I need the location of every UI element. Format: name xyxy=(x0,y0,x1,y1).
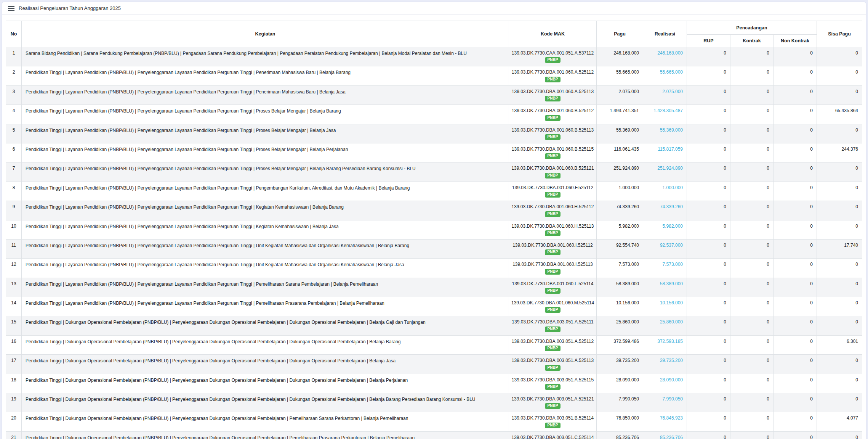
row-realisasi-link[interactable]: 74.339.260 xyxy=(660,204,683,209)
row-no: 2 xyxy=(6,66,22,85)
row-sisa-pagu: 0 xyxy=(817,431,862,439)
col-header-pencadangan: Pencadangan xyxy=(687,21,817,35)
row-kode-mak-cell: 139.03.DK.7730.DBA.001.060.B.525115 PNBP xyxy=(509,143,596,162)
col-header-kode-mak: Kode MAK xyxy=(509,21,596,47)
row-sisa-pagu: 0 xyxy=(817,124,862,143)
row-no: 4 xyxy=(6,105,22,124)
row-realisasi-link[interactable]: 5.982.000 xyxy=(663,224,683,229)
row-realisasi-link[interactable]: 85.236.706 xyxy=(660,435,683,439)
row-kegiatan: Sarana Bidang Pendidikan | Sarana Penduk… xyxy=(22,47,509,66)
row-realisasi-link[interactable]: 55.665.000 xyxy=(660,69,683,75)
row-realisasi-link[interactable]: 28.090.000 xyxy=(660,377,683,383)
row-pagu: 39.735.200 xyxy=(596,355,643,374)
row-realisasi-link[interactable]: 7.573.000 xyxy=(663,262,683,267)
row-no: 1 xyxy=(6,47,22,66)
pnbp-badge: PNBP xyxy=(545,384,561,390)
row-realisasi-link[interactable]: 1.428.305.487 xyxy=(653,108,683,113)
row-kegiatan: Pendidikan Tinggi | Dukungan Operasional… xyxy=(22,393,509,412)
row-rup: 0 xyxy=(687,162,730,182)
row-kode-mak-cell: 139.03.DK.7730.DBA.001.060.B.525113 PNBP xyxy=(509,124,596,143)
row-realisasi-link[interactable]: 372.593.185 xyxy=(657,339,683,344)
row-kegiatan: Pendidikan Tinggi | Layanan Pendidikan (… xyxy=(22,162,509,182)
row-kontrak: 0 xyxy=(730,201,773,220)
row-pagu: 7.990.050 xyxy=(596,393,643,412)
row-no: 9 xyxy=(6,201,22,220)
row-no: 17 xyxy=(6,355,22,374)
row-no: 3 xyxy=(6,85,22,105)
row-realisasi-cell: 74.339.260 xyxy=(643,201,687,220)
table-row: 13 Pendidikan Tinggi | Layanan Pendidika… xyxy=(6,278,862,297)
row-sisa-pagu: 0 xyxy=(817,162,862,182)
pnbp-badge: PNBP xyxy=(545,269,561,275)
row-realisasi-cell: 7.573.000 xyxy=(643,259,687,278)
row-kode-mak: 139.03.DK.7730.DBA.001.060.L.525114 xyxy=(511,281,594,286)
row-kegiatan: Pendidikan Tinggi | Layanan Pendidikan (… xyxy=(22,278,509,297)
row-sisa-pagu: 244.376 xyxy=(817,143,862,162)
row-rup: 0 xyxy=(687,297,730,316)
row-realisasi-link[interactable]: 115.817.059 xyxy=(658,146,683,152)
row-kontrak: 0 xyxy=(730,297,773,316)
pnbp-badge: PNBP xyxy=(545,307,561,313)
row-realisasi-cell: 39.735.200 xyxy=(643,355,687,374)
row-realisasi-link[interactable]: 1.000.000 xyxy=(663,185,683,190)
row-realisasi-link[interactable]: 10.156.000 xyxy=(660,300,683,306)
row-realisasi-cell: 5.982.000 xyxy=(643,220,687,239)
row-rup: 0 xyxy=(687,412,730,431)
row-kode-mak-cell: 139.03.DK.7730.DBA.003.051.C.525114 PNBP xyxy=(509,431,596,439)
row-realisasi-link[interactable]: 2.075.000 xyxy=(663,89,683,94)
row-realisasi-cell: 7.990.050 xyxy=(643,393,687,412)
col-header-pagu: Pagu xyxy=(596,21,643,47)
pnbp-badge: PNBP xyxy=(545,153,561,159)
row-rup: 0 xyxy=(687,239,730,258)
menu-icon[interactable] xyxy=(8,6,14,11)
row-no: 10 xyxy=(6,220,22,239)
pnbp-badge: PNBP xyxy=(545,96,561,101)
col-header-sisa-pagu: Sisa Pagu xyxy=(817,21,862,47)
row-no: 19 xyxy=(6,393,22,412)
row-realisasi-link[interactable]: 58.389.000 xyxy=(660,281,683,286)
row-realisasi-link[interactable]: 25.860.000 xyxy=(660,319,683,325)
row-realisasi-link[interactable]: 76.845.923 xyxy=(660,415,683,421)
table-row: 17 Pendidikan Tinggi | Dukungan Operasio… xyxy=(6,355,862,374)
row-kode-mak: 139.03.DK.7730.DBA.003.051.B.525114 xyxy=(511,415,594,421)
row-realisasi-cell: 1.000.000 xyxy=(643,182,687,201)
row-kode-mak: 139.03.DK.7730.DBA.001.060.A.525113 xyxy=(511,89,594,94)
row-pagu: 92.554.740 xyxy=(596,239,643,258)
row-realisasi-link[interactable]: 55.369.000 xyxy=(660,127,683,133)
row-pagu: 25.860.000 xyxy=(596,316,643,335)
pnbp-badge: PNBP xyxy=(545,249,561,255)
pnbp-badge: PNBP xyxy=(545,173,561,178)
pnbp-badge: PNBP xyxy=(545,230,561,236)
row-realisasi-link[interactable]: 251.924.890 xyxy=(657,166,683,171)
row-kontrak: 0 xyxy=(730,393,773,412)
row-kontrak: 0 xyxy=(730,105,773,124)
row-kode-mak: 139.03.DK.7730.DBA.003.051.C.525114 xyxy=(511,435,594,439)
table-row: 14 Pendidikan Tinggi | Layanan Pendidika… xyxy=(6,297,862,316)
row-kode-mak-cell: 139.03.DK.7730.DBA.003.051.A.525113 PNBP xyxy=(509,355,596,374)
row-kontrak: 0 xyxy=(730,85,773,105)
row-kontrak: 0 xyxy=(730,66,773,85)
table-row: 5 Pendidikan Tinggi | Layanan Pendidikan… xyxy=(6,124,862,143)
table-row: 2 Pendidikan Tinggi | Layanan Pendidikan… xyxy=(6,66,862,85)
row-realisasi-cell: 76.845.923 xyxy=(643,412,687,431)
row-realisasi-link[interactable]: 246.168.000 xyxy=(657,50,683,56)
row-non-kontrak: 0 xyxy=(773,220,817,239)
row-realisasi-cell: 10.156.000 xyxy=(643,297,687,316)
row-realisasi-link[interactable]: 92.537.000 xyxy=(660,243,683,248)
row-rup: 0 xyxy=(687,355,730,374)
row-non-kontrak: 0 xyxy=(773,47,817,66)
table-row: 9 Pendidikan Tinggi | Layanan Pendidikan… xyxy=(6,201,862,220)
row-rup: 0 xyxy=(687,47,730,66)
pnbp-badge: PNBP xyxy=(545,77,561,82)
row-kode-mak: 139.03.DK.7730.DBA.003.051.A.525113 xyxy=(511,358,594,363)
row-sisa-pagu: 0 xyxy=(817,201,862,220)
row-realisasi-link[interactable]: 7.990.050 xyxy=(663,396,683,402)
row-no: 18 xyxy=(6,374,22,393)
row-rup: 0 xyxy=(687,66,730,85)
row-realisasi-link[interactable]: 39.735.200 xyxy=(660,358,683,363)
row-kontrak: 0 xyxy=(730,239,773,258)
row-kegiatan: Pendidikan Tinggi | Layanan Pendidikan (… xyxy=(22,297,509,316)
col-header-kegiatan: Kegiatan xyxy=(22,21,509,47)
row-non-kontrak: 0 xyxy=(773,124,817,143)
row-sisa-pagu: 0 xyxy=(817,355,862,374)
